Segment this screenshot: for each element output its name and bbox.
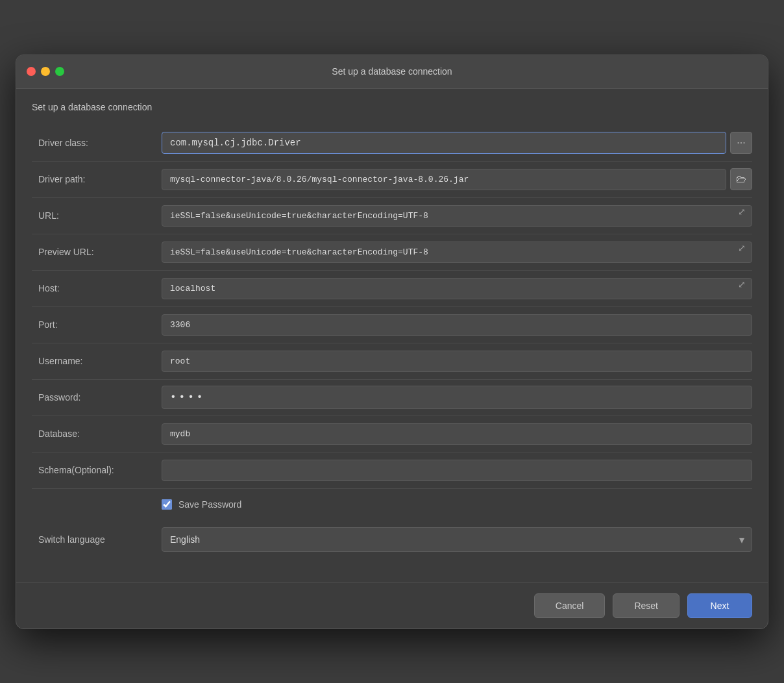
password-input-container [162,386,752,409]
preview-url-row: Preview URL: ⤢ [32,234,752,271]
url-input[interactable] [162,205,752,227]
host-input[interactable] [162,278,752,299]
dialog-footer: Cancel Reset Next [16,582,768,628]
schema-input[interactable] [162,460,752,481]
driver-path-input-container: 🗁 [162,168,752,190]
switch-language-label: Switch language [32,534,162,545]
username-input-container [162,351,752,372]
schema-row: Schema(Optional): [32,453,752,489]
preview-url-label: Preview URL: [32,247,162,257]
host-row: Host: ⤢ [32,271,752,307]
driver-class-browse-button[interactable]: ··· [730,132,752,154]
driver-class-input-container: ··· [162,132,752,154]
host-expand-button[interactable]: ⤢ [737,278,747,291]
language-select-container: English Chinese Japanese ▾ [162,527,752,552]
driver-class-label: Driver class: [32,138,162,148]
maximize-button[interactable] [55,67,64,76]
port-label: Port: [32,319,162,330]
folder-icon: 🗁 [736,173,746,185]
form-container: Driver class: ··· Driver path: 🗁 [32,125,752,559]
driver-class-row: Driver class: ··· [32,125,752,162]
driver-path-folder-button[interactable]: 🗁 [730,168,752,190]
schema-input-container [162,460,752,481]
username-row: Username: [32,343,752,380]
cancel-button[interactable]: Cancel [534,593,606,618]
close-button[interactable] [27,67,36,76]
save-password-row: Save Password [32,489,752,520]
schema-label: Schema(Optional): [32,465,162,475]
driver-path-input[interactable] [162,169,726,190]
username-input[interactable] [162,351,752,372]
traffic-lights [27,67,64,76]
database-input[interactable] [162,423,752,445]
url-expand-button[interactable]: ⤢ [737,205,747,218]
host-label: Host: [32,283,162,293]
minimize-button[interactable] [41,67,50,76]
switch-language-row: Switch language English Chinese Japanese… [32,520,752,559]
preview-url-expand-button[interactable]: ⤢ [737,242,747,255]
database-row: Database: [32,416,752,453]
url-input-container: ⤢ [162,205,752,227]
save-password-label[interactable]: Save Password [178,499,241,510]
password-label: Password: [32,392,162,403]
dialog-window: Set up a database connection Set up a da… [16,55,768,629]
host-input-container: ⤢ [162,278,752,299]
database-label: Database: [32,428,162,439]
language-select[interactable]: English Chinese Japanese [162,527,752,552]
username-label: Username: [32,356,162,366]
port-row: Port: [32,307,752,343]
reset-button[interactable]: Reset [613,593,680,618]
driver-path-label: Driver path: [32,174,162,184]
password-input[interactable] [162,386,752,409]
dots-icon: ··· [737,137,745,149]
section-title: Set up a database connection [32,102,752,112]
window-title: Set up a database connection [332,66,452,77]
next-button[interactable]: Next [687,593,752,618]
port-input[interactable] [162,314,752,336]
password-row: Password: Please input your data [32,380,752,416]
driver-path-row: Driver path: 🗁 [32,162,752,198]
dialog-content: Set up a database connection Driver clas… [16,89,768,575]
titlebar: Set up a database connection [16,55,768,89]
preview-url-input-container: ⤢ [162,242,752,263]
url-label: URL: [32,210,162,221]
url-row: URL: ⤢ [32,198,752,234]
driver-class-input[interactable] [162,132,726,154]
database-input-container [162,423,752,445]
save-password-checkbox[interactable] [162,499,172,510]
port-input-container [162,314,752,336]
preview-url-input[interactable] [162,242,752,263]
